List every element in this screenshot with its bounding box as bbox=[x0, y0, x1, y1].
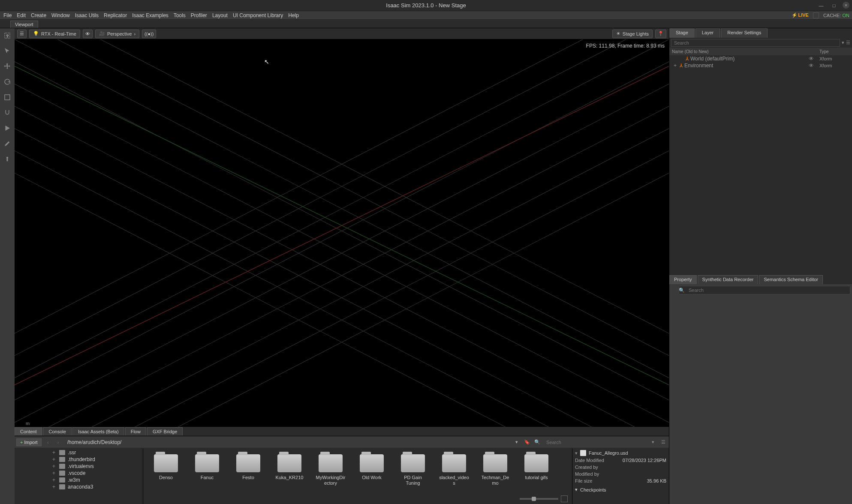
menu-ui-component-library[interactable]: UI Component Library bbox=[232, 12, 284, 18]
svg-rect-2 bbox=[5, 95, 10, 100]
window-title: Isaac Sim 2023.1.0 - New Stage bbox=[386, 2, 466, 9]
checkpoints-section[interactable]: ▾Checkpoints bbox=[575, 487, 666, 492]
folder-icon bbox=[59, 471, 65, 476]
tab-gxf-bridge[interactable]: GXF Bridge bbox=[147, 427, 183, 435]
folder-item[interactable]: Techman_Demo bbox=[480, 454, 510, 486]
play-tool[interactable] bbox=[3, 123, 12, 133]
viewport-tab-row: Viewport bbox=[0, 20, 852, 28]
hamburger-icon[interactable]: ☰ bbox=[17, 30, 27, 38]
folder-item[interactable]: tutorial gifs bbox=[521, 454, 551, 480]
menu-layout[interactable]: Layout bbox=[211, 12, 229, 18]
folder-tree[interactable]: +.ssr +.thunderbird +.virtualenvs +.vsco… bbox=[15, 448, 143, 504]
stage-row-environment[interactable]: + ⅄ Environment 👁 Xform bbox=[669, 62, 852, 69]
lights-dropdown[interactable]: ☀ Stage Lights bbox=[612, 30, 653, 38]
menu-replicator[interactable]: Replicator bbox=[103, 12, 128, 18]
live-toggle[interactable] bbox=[813, 12, 819, 18]
nav-back[interactable]: ‹ bbox=[44, 440, 52, 445]
menu-tools[interactable]: Tools bbox=[173, 12, 187, 18]
folder-item[interactable]: Old Work bbox=[357, 454, 387, 480]
import-button[interactable]: Import bbox=[16, 438, 42, 446]
snap-tool[interactable] bbox=[3, 108, 12, 117]
nav-fwd[interactable]: › bbox=[54, 440, 62, 445]
menu-file[interactable]: File bbox=[3, 12, 12, 18]
folder-item[interactable]: Kuka_KR210 bbox=[274, 454, 304, 480]
menu-isaac-utils[interactable]: Isaac Utils bbox=[74, 12, 99, 18]
visibility-icon[interactable]: 👁 bbox=[805, 56, 818, 62]
physics-tool[interactable] bbox=[3, 154, 12, 164]
stage-tree[interactable]: ⅄ World (defaultPrim) 👁 Xform + ⅄ Enviro… bbox=[669, 55, 852, 275]
path-field[interactable] bbox=[65, 438, 510, 447]
detail-created-by: Created by bbox=[575, 465, 666, 470]
maximize-button[interactable]: □ bbox=[830, 2, 838, 9]
renderer-dropdown[interactable]: 💡 RTX - Real-Time bbox=[29, 30, 80, 38]
slider-knob[interactable] bbox=[532, 497, 536, 501]
tab-stage[interactable]: Stage bbox=[669, 28, 695, 38]
pointer-tool[interactable] bbox=[3, 46, 12, 56]
minimize-button[interactable]: — bbox=[817, 2, 825, 9]
menu-profiler[interactable]: Profiler bbox=[190, 12, 208, 18]
tree-item: +.ssr bbox=[15, 449, 143, 456]
tab-property[interactable]: Property bbox=[669, 275, 697, 285]
tab-content[interactable]: Content bbox=[15, 427, 42, 435]
menu-create[interactable]: Create bbox=[30, 12, 47, 18]
folder-icon bbox=[319, 454, 343, 472]
folder-item[interactable]: MyWorkingDirectory bbox=[316, 454, 346, 486]
rotate-tool[interactable] bbox=[3, 77, 12, 87]
close-button[interactable]: × bbox=[843, 2, 849, 9]
options-icon[interactable]: ☰ bbox=[659, 439, 667, 445]
folder-grid[interactable]: Denso Fanuc Festo Kuka_KR210 MyWorkingDi… bbox=[143, 448, 572, 504]
filter-icon[interactable]: ▾ bbox=[649, 439, 657, 445]
menu-isaac-examples[interactable]: Isaac Examples bbox=[131, 12, 169, 18]
folder-item[interactable]: PD Gain Tuning bbox=[398, 454, 428, 486]
col-type[interactable]: Type bbox=[819, 49, 849, 54]
bookmark-icon[interactable]: 🔖 bbox=[523, 439, 531, 445]
viewport-tab[interactable]: Viewport bbox=[10, 21, 38, 28]
select-tool[interactable]: ? bbox=[3, 31, 12, 40]
viewport-3d[interactable]: FPS: 111.98, Frame time: 8.93 ms ↖ m bbox=[15, 39, 669, 427]
content-search[interactable] bbox=[544, 438, 647, 446]
stage-search[interactable] bbox=[671, 39, 840, 47]
options-icon[interactable]: ☰ bbox=[846, 40, 850, 45]
path-dropdown[interactable]: ▾ bbox=[513, 439, 521, 445]
svg-line-17 bbox=[57, 39, 669, 427]
tab-synthetic-data[interactable]: Synthetic Data Recorder bbox=[698, 275, 759, 285]
brush-tool[interactable] bbox=[3, 139, 12, 148]
property-panel: 🔍 bbox=[669, 284, 852, 504]
col-name[interactable]: Name (Old to New) bbox=[672, 49, 807, 54]
bottom-tabs: Content Console Isaac Assets (Beta) Flow… bbox=[15, 427, 669, 436]
menu-edit[interactable]: Edit bbox=[16, 12, 27, 18]
pin-icon[interactable]: 📍 bbox=[655, 30, 666, 38]
tab-layer[interactable]: Layer bbox=[695, 28, 720, 38]
thumb-slider[interactable] bbox=[520, 498, 558, 500]
folder-item[interactable]: Festo bbox=[233, 454, 263, 480]
eye-icon[interactable]: 👁 bbox=[83, 30, 93, 38]
folder-item[interactable]: slacked_videos bbox=[439, 454, 469, 486]
tab-render-settings[interactable]: Render Settings bbox=[721, 28, 768, 38]
menu-help[interactable]: Help bbox=[287, 12, 300, 18]
svg-line-22 bbox=[15, 39, 583, 427]
folder-item[interactable]: Fanuc bbox=[192, 454, 222, 480]
scale-tool[interactable] bbox=[3, 93, 12, 102]
prim-icon: ⅄ bbox=[686, 56, 689, 62]
camera-dropdown[interactable]: 🎥 Perspective › bbox=[95, 30, 139, 38]
grid-view-toggle[interactable] bbox=[561, 495, 568, 502]
live-badge[interactable]: LIVE bbox=[792, 12, 808, 18]
tab-isaac-assets[interactable]: Isaac Assets (Beta) bbox=[72, 427, 124, 435]
collapse-icon[interactable]: ▾ bbox=[575, 450, 578, 456]
filter-icon[interactable]: ▾ bbox=[842, 40, 844, 45]
visibility-icon[interactable]: 👁 bbox=[805, 63, 818, 69]
menu-window[interactable]: Window bbox=[51, 12, 71, 18]
move-tool[interactable] bbox=[3, 62, 12, 71]
audio-icon[interactable]: ((●)) bbox=[142, 30, 156, 38]
tab-semantics-schema[interactable]: Semantics Schema Editor bbox=[759, 275, 823, 285]
chevron-right-icon: › bbox=[134, 31, 135, 36]
tab-flow[interactable]: Flow bbox=[125, 427, 146, 435]
svg-line-16 bbox=[15, 39, 669, 427]
folder-item[interactable]: Denso bbox=[151, 454, 181, 480]
search-icon[interactable]: 🔍 bbox=[533, 439, 541, 445]
menu-items: File Edit Create Window Isaac Utils Repl… bbox=[3, 12, 300, 18]
stage-row-world[interactable]: ⅄ World (defaultPrim) 👁 Xform bbox=[669, 55, 852, 62]
tab-console[interactable]: Console bbox=[43, 427, 72, 435]
expand-icon[interactable]: + bbox=[674, 63, 678, 69]
property-search[interactable] bbox=[679, 286, 850, 294]
